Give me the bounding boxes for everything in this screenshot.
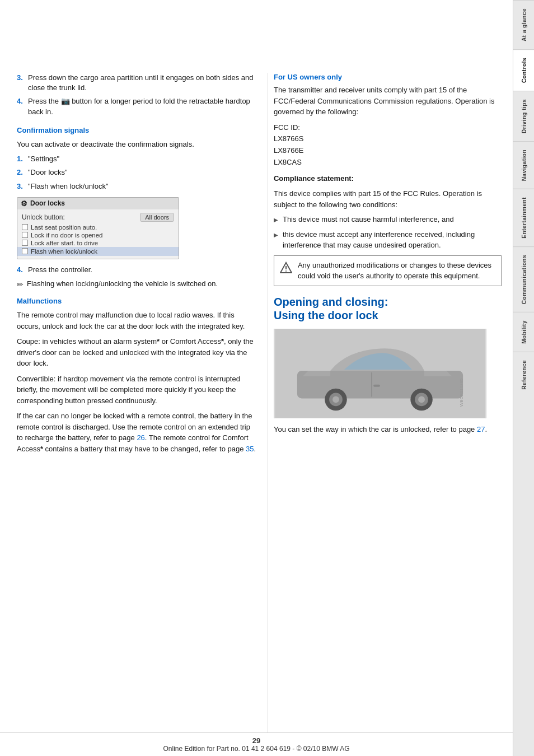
- page-footer: 29 Online Edition for Part no. 01 41 2 6…: [0, 732, 513, 756]
- sidebar-tab-mobility[interactable]: Mobility: [513, 312, 535, 352]
- compliance-label: Compliance statement:: [274, 173, 502, 184]
- checkbox-1: [22, 224, 28, 230]
- step-4b-text: Press the controller.: [28, 265, 256, 275]
- warning-triangle-icon: [280, 260, 293, 282]
- unlock-value: All doors: [140, 213, 174, 222]
- warning-text: Any unauthorized modifications or change…: [298, 260, 495, 282]
- gear-icon: ⚙: [21, 199, 27, 208]
- car-image: WBCR010895: [274, 329, 486, 418]
- page-link-35[interactable]: 35: [246, 445, 254, 453]
- flash-note: ✏ Flashing when locking/unlocking the ve…: [17, 279, 256, 289]
- flash-note-text: Flashing when locking/unlocking the vehi…: [27, 279, 218, 288]
- bullet-2-text: this device must accept any interference…: [283, 230, 502, 251]
- for-us-para1: The transmitter and receiver units compl…: [274, 85, 502, 118]
- conf-item-3: 3. "Flash when lock/unlock": [17, 181, 256, 192]
- bullet-2: ▶ this device must accept any interferen…: [274, 230, 502, 251]
- sidebar-tab-driving-tips[interactable]: Driving tips: [513, 91, 535, 141]
- doorlocks-row-1: Last seat position auto.: [22, 224, 174, 231]
- heading-line1: Opening and closing:: [274, 295, 502, 309]
- sidebar-tab-controls[interactable]: Controls: [513, 49, 535, 91]
- svg-rect-12: [373, 385, 380, 387]
- svg-text:WBCR010895: WBCR010895: [459, 379, 464, 407]
- svg-point-7: [332, 396, 339, 403]
- fcc-ids-block: FCC ID: LX8766S LX8766E LX8CAS: [274, 122, 502, 169]
- page-link-26[interactable]: 26: [137, 433, 144, 442]
- for-us-heading: For US owners only: [274, 73, 502, 81]
- conf-text-1: "Settings": [28, 154, 256, 164]
- step-4b-num: 4.: [17, 265, 28, 275]
- step-3-num: 3.: [17, 73, 28, 93]
- sidebar: At a glance Controls Driving tips Naviga…: [513, 0, 534, 756]
- malfunctions-heading: Malfunctions: [17, 297, 256, 305]
- conf-num-2: 2.: [17, 167, 28, 178]
- step-4-text: Press the 📷 button for a longer period t…: [28, 96, 256, 116]
- fcc-id-3: LX8CAS: [274, 157, 502, 169]
- car-image-caption: You can set the way in which the car is …: [274, 424, 502, 435]
- bullet-1-text: This device must not cause harmful inter…: [283, 214, 454, 225]
- unlock-label: Unlock button:: [22, 213, 65, 221]
- doorlocks-row-3: Lock after start. to drive: [22, 240, 174, 246]
- malfunctions-para4: If the car can no longer be locked with …: [17, 410, 256, 454]
- heading-line2: Using the door lock: [274, 309, 502, 322]
- doorlocks-title: ⚙ Door locks: [17, 198, 179, 209]
- conf-num-3: 3.: [17, 181, 28, 192]
- malfunctions-para2: Coupe: in vehicles without an alarm syst…: [17, 336, 256, 369]
- sidebar-tab-at-a-glance[interactable]: At a glance: [513, 0, 535, 49]
- svg-point-2: [285, 270, 287, 272]
- star-2: *: [221, 337, 224, 346]
- star-1: *: [157, 337, 160, 346]
- checkbox-3: [22, 240, 28, 246]
- doorlocks-row-4: Flash when lock/unlock: [17, 247, 179, 256]
- doorlocks-header: Unlock button: All doors: [22, 213, 174, 222]
- fcc-id-1: LX8766S: [274, 133, 502, 145]
- step-4-num: 4.: [17, 96, 28, 116]
- doorlocks-row-2: Lock if no door is opened: [22, 232, 174, 239]
- compliance-text: This device complies with part 15 of the…: [274, 188, 502, 210]
- star-3: *: [40, 445, 43, 453]
- sidebar-tab-reference[interactable]: Reference: [513, 352, 535, 398]
- step-4: 4. Press the 📷 button for a longer perio…: [17, 96, 256, 116]
- step-4b: 4. Press the controller.: [17, 265, 256, 275]
- triangle-icon-1: ▶: [274, 216, 279, 225]
- sidebar-tab-navigation[interactable]: Navigation: [513, 141, 535, 189]
- malfunctions-para1: The remote control may malfunction due t…: [17, 310, 256, 332]
- opening-closing-heading: Opening and closing: Using the door lock: [274, 295, 502, 322]
- conf-item-1: 1. "Settings": [17, 154, 256, 164]
- svg-point-10: [418, 396, 425, 403]
- doorlocks-screenshot: ⚙ Door locks Unlock button: All doors La…: [17, 197, 179, 259]
- fcc-id-2: LX8766E: [274, 145, 502, 157]
- footer-text: Online Edition for Part no. 01 41 2 604 …: [0, 745, 513, 753]
- conf-text-2: "Door locks": [28, 167, 256, 178]
- warning-box: Any unauthorized modifications or change…: [274, 255, 502, 287]
- step-3-text: Press down the cargo area partition unti…: [28, 73, 256, 93]
- malfunctions-para3: Convertible: if hardtop movement via the…: [17, 374, 256, 407]
- sidebar-tab-entertainment[interactable]: Entertainment: [513, 189, 535, 246]
- triangle-icon-2: ▶: [274, 231, 279, 240]
- checkbox-2: [22, 232, 28, 238]
- conf-num-1: 1.: [17, 154, 28, 164]
- confirmation-heading: Confirmation signals: [17, 126, 256, 134]
- page-number: 29: [0, 736, 513, 745]
- fcc-label: FCC ID:: [274, 122, 502, 134]
- conf-item-2: 2. "Door locks": [17, 167, 256, 178]
- conf-text-3: "Flash when lock/unlock": [28, 181, 256, 192]
- bullet-1: ▶ This device must not cause harmful int…: [274, 214, 502, 225]
- flash-symbol: ✏: [17, 280, 24, 289]
- page-link-27[interactable]: 27: [477, 425, 485, 433]
- checkbox-4: [22, 248, 28, 254]
- camera-icon: 📷: [61, 97, 70, 105]
- step-3: 3. Press down the cargo area partition u…: [17, 73, 256, 93]
- confirmation-intro: You can activate or deactivate the confi…: [17, 139, 256, 150]
- sidebar-tab-communications[interactable]: Communications: [513, 246, 535, 312]
